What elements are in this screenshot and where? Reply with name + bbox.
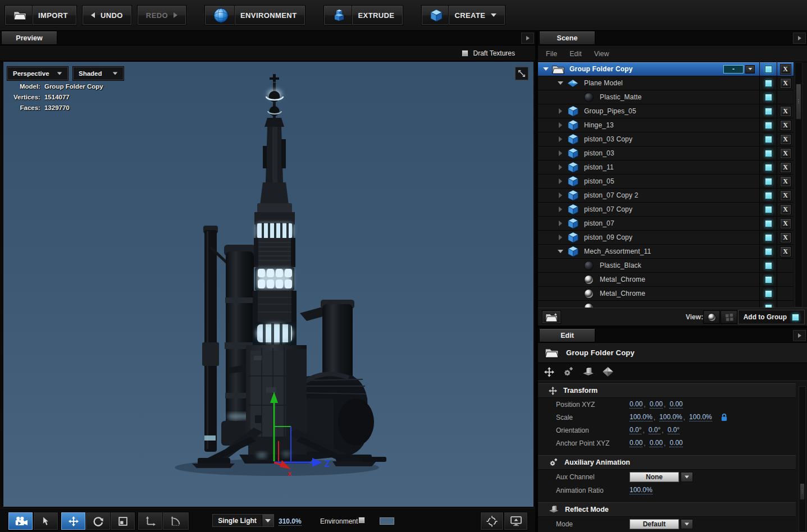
view-materials-button[interactable] bbox=[703, 310, 720, 324]
create-button[interactable]: CREATE bbox=[421, 5, 505, 25]
scene-row[interactable]: piston_11X bbox=[538, 160, 794, 175]
scene-scrollbar[interactable] bbox=[795, 62, 803, 308]
property-value-link[interactable]: 0.00 bbox=[650, 400, 663, 409]
camera-mode-button[interactable] bbox=[8, 512, 33, 530]
scene-row[interactable]: Metal_Chrome bbox=[538, 273, 794, 287]
delete-button[interactable]: X bbox=[781, 149, 791, 158]
visibility-checkbox[interactable] bbox=[765, 234, 772, 241]
menu-file[interactable]: File bbox=[546, 50, 557, 58]
reflect-mode-dropdown[interactable]: Default bbox=[630, 519, 693, 529]
scale-lock-icon[interactable] bbox=[721, 413, 728, 421]
property-value-link[interactable]: 0.00 bbox=[630, 439, 642, 447]
delete-button[interactable]: X bbox=[781, 121, 791, 130]
reflect-tab-icon[interactable] bbox=[582, 368, 594, 377]
delete-button[interactable]: X bbox=[781, 205, 791, 214]
scene-row[interactable]: Metal_Chrome bbox=[538, 287, 794, 301]
scrollbar-handle[interactable] bbox=[800, 483, 805, 500]
property-value-link[interactable]: 100.0% bbox=[630, 413, 653, 421]
expander-icon[interactable] bbox=[556, 164, 565, 170]
draft-textures-checkbox[interactable] bbox=[462, 50, 468, 57]
aux-channel-dropdown[interactable]: None bbox=[630, 472, 693, 482]
property-value-link[interactable]: 100.0% bbox=[689, 413, 712, 421]
property-value-link[interactable]: 0.0° bbox=[630, 426, 641, 434]
animation-ratio-value[interactable]: 100.0% bbox=[630, 486, 653, 494]
animation-tab-icon[interactable] bbox=[563, 366, 574, 377]
add-to-group-checkbox[interactable] bbox=[792, 314, 799, 321]
expander-icon[interactable] bbox=[556, 136, 565, 142]
output-display-button[interactable] bbox=[504, 512, 528, 530]
visibility-checkbox[interactable] bbox=[765, 276, 772, 283]
tab-edit[interactable]: Edit bbox=[539, 328, 595, 342]
property-value-link[interactable]: 0.0° bbox=[668, 426, 680, 434]
reflect-section-header[interactable]: Reflect Mode bbox=[538, 502, 796, 517]
viewport-fullscreen-button[interactable] bbox=[515, 67, 528, 80]
property-value-link[interactable]: 0.0° bbox=[649, 426, 660, 434]
delete-button[interactable]: X bbox=[781, 79, 791, 88]
scene-row[interactable]: Plane ModelX bbox=[538, 76, 794, 90]
viewport-3d[interactable]: Z x Perspective Shaded Model: Group Fold… bbox=[3, 61, 534, 507]
expander-icon[interactable] bbox=[556, 108, 565, 114]
move-tool-button[interactable] bbox=[61, 512, 86, 530]
visibility-checkbox[interactable] bbox=[765, 122, 772, 129]
expander-icon[interactable] bbox=[556, 235, 565, 240]
rotate-tool-button[interactable] bbox=[85, 512, 111, 530]
property-value-link[interactable]: 0.00 bbox=[630, 400, 642, 409]
extrude-button[interactable]: EXTRUDE bbox=[323, 5, 403, 25]
expander-icon[interactable] bbox=[556, 178, 565, 184]
measure-mode-button[interactable] bbox=[162, 512, 189, 530]
delete-button[interactable]: X bbox=[781, 177, 791, 186]
visibility-checkbox[interactable] bbox=[765, 66, 772, 73]
light-mode-dropdown[interactable]: Single Light bbox=[212, 514, 274, 527]
visibility-checkbox[interactable] bbox=[765, 248, 772, 255]
shading-mode-dropdown[interactable]: Shaded bbox=[73, 67, 124, 80]
axis-mode-button[interactable] bbox=[138, 512, 163, 530]
scene-row[interactable]: Group Folder Copy-X bbox=[538, 62, 794, 76]
scene-row[interactable]: piston_05X bbox=[538, 175, 794, 189]
delete-button[interactable]: X bbox=[781, 163, 791, 172]
scene-row[interactable]: piston_03 CopyX bbox=[538, 132, 794, 146]
delete-button[interactable]: X bbox=[781, 65, 791, 74]
delete-button[interactable]: X bbox=[781, 219, 791, 228]
property-value-link[interactable]: 100.0% bbox=[659, 413, 682, 421]
scene-row[interactable]: piston_07 Copy 2X bbox=[538, 189, 794, 203]
edit-scrollbar[interactable] bbox=[799, 386, 806, 532]
orientation-tab-icon[interactable] bbox=[603, 367, 613, 377]
undo-button[interactable]: UNDO bbox=[82, 5, 132, 25]
new-folder-button[interactable]: + bbox=[542, 310, 561, 324]
expander-icon[interactable] bbox=[541, 67, 550, 71]
scene-row[interactable]: piston_09 CopyX bbox=[538, 231, 794, 245]
scene-row[interactable]: piston_07X bbox=[538, 217, 794, 231]
delete-button[interactable]: X bbox=[781, 247, 791, 256]
menu-edit[interactable]: Edit bbox=[569, 50, 582, 58]
delete-button[interactable]: X bbox=[781, 191, 791, 200]
expander-icon[interactable] bbox=[556, 221, 565, 226]
scene-row[interactable]: piston_07 CopyX bbox=[538, 203, 794, 217]
scene-row[interactable]: piston_03X bbox=[538, 146, 794, 160]
preview-overflow-arrow[interactable] bbox=[521, 33, 534, 44]
reset-view-button[interactable] bbox=[480, 512, 504, 530]
scrollbar-handle[interactable] bbox=[796, 84, 801, 120]
visibility-checkbox[interactable] bbox=[765, 220, 772, 227]
visibility-checkbox[interactable] bbox=[765, 178, 772, 185]
edit-overflow-arrow[interactable] bbox=[793, 330, 806, 341]
environment-checkbox[interactable] bbox=[358, 517, 365, 524]
transform-tab-icon[interactable] bbox=[544, 367, 554, 377]
visibility-checkbox[interactable] bbox=[765, 192, 772, 199]
visibility-checkbox[interactable] bbox=[765, 94, 772, 101]
view-objects-button[interactable] bbox=[721, 310, 737, 324]
property-value-link[interactable]: 0.00 bbox=[669, 439, 682, 447]
scene-row[interactable]: Hinge_13X bbox=[538, 118, 794, 132]
visibility-checkbox[interactable] bbox=[765, 108, 772, 115]
delete-button[interactable]: X bbox=[781, 233, 791, 242]
scene-row[interactable]: Plastic_Matte bbox=[538, 90, 794, 104]
scene-row[interactable]: Mech_Assortment_11X bbox=[538, 245, 794, 259]
visibility-checkbox[interactable] bbox=[765, 262, 772, 269]
view-perspective-dropdown[interactable]: Perspective bbox=[7, 67, 68, 80]
delete-button[interactable]: X bbox=[781, 107, 791, 116]
visibility-checkbox[interactable] bbox=[765, 290, 772, 297]
scene-row[interactable]: Plastic_Black bbox=[538, 259, 794, 273]
delete-button[interactable]: X bbox=[781, 135, 791, 144]
visibility-checkbox[interactable] bbox=[765, 164, 772, 171]
environment-color-swatch[interactable] bbox=[379, 517, 395, 525]
property-value-link[interactable]: 0.00 bbox=[669, 400, 682, 409]
